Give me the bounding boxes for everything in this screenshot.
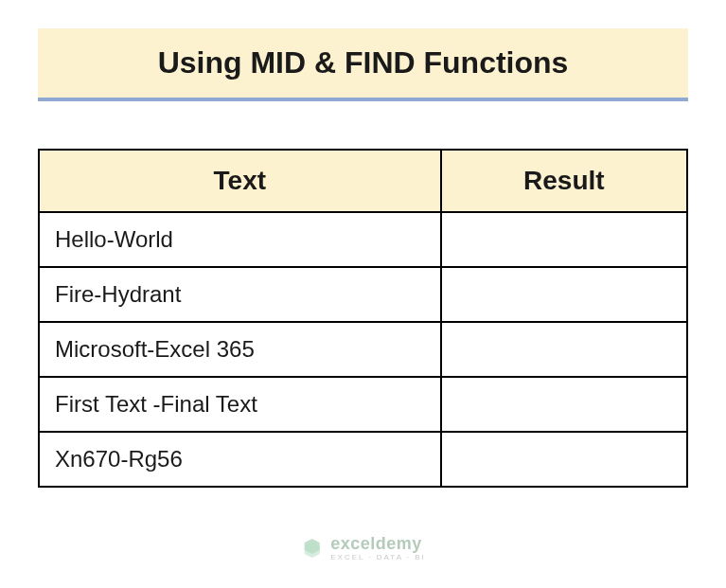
title-banner: Using MID & FIND Functions: [38, 28, 688, 101]
header-text: Text: [39, 150, 441, 212]
watermark-brand: exceldemy: [330, 535, 426, 552]
table-row: Fire-Hydrant: [39, 267, 687, 322]
cell-text: Hello-World: [39, 212, 441, 267]
cell-result: [441, 267, 687, 322]
cell-text: Fire-Hydrant: [39, 267, 441, 322]
table-row: Microsoft-Excel 365: [39, 322, 687, 377]
page-title: Using MID & FIND Functions: [57, 45, 669, 80]
data-table: Text Result Hello-World Fire-Hydrant Mic…: [38, 149, 688, 488]
watermark-text-block: exceldemy EXCEL · DATA · BI: [330, 535, 426, 561]
cell-result: [441, 322, 687, 377]
logo-icon: [300, 537, 323, 560]
table-row: Hello-World: [39, 212, 687, 267]
cell-text: Microsoft-Excel 365: [39, 322, 441, 377]
cell-result: [441, 212, 687, 267]
header-result: Result: [441, 150, 687, 212]
table-header-row: Text Result: [39, 150, 687, 212]
cell-text: First Text -Final Text: [39, 377, 441, 432]
cell-result: [441, 432, 687, 487]
watermark: exceldemy EXCEL · DATA · BI: [300, 535, 426, 561]
table-row: First Text -Final Text: [39, 377, 687, 432]
table-row: Xn670-Rg56: [39, 432, 687, 487]
cell-text: Xn670-Rg56: [39, 432, 441, 487]
cell-result: [441, 377, 687, 432]
watermark-tagline: EXCEL · DATA · BI: [330, 554, 426, 561]
